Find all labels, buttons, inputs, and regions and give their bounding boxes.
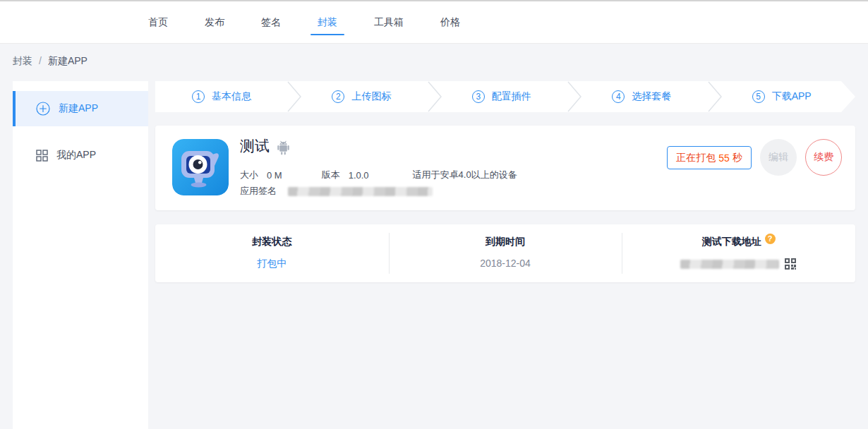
sidebar-item-label: 我的APP: [56, 149, 96, 162]
package-status-header: 封装状态: [155, 236, 389, 248]
nav-tab-package[interactable]: 封装: [318, 1, 337, 44]
step-basic-info[interactable]: 1 基本信息: [155, 81, 295, 112]
packing-prefix: 正在打包: [676, 152, 716, 164]
size-label: 大小: [240, 169, 258, 181]
breadcrumb-separator: /: [39, 55, 42, 66]
nav-tab-toolbox[interactable]: 工具箱: [374, 1, 404, 44]
plus-circle-icon: [36, 102, 50, 116]
download-url-header-label: 测试下载地址: [702, 236, 761, 247]
version-value: 1.0.0: [349, 170, 369, 181]
android-icon: [277, 140, 290, 155]
app-meta-row: 大小 0 M 版本 1.0.0 适用于安卓4.0以上的设备: [240, 169, 517, 181]
step-label: 选择套餐: [632, 90, 671, 103]
package-status-column: 封装状态 打包中: [155, 224, 389, 282]
redacted-download-url[interactable]: [680, 260, 779, 269]
step-wizard: 1 基本信息 2 上传图标 3 配置插件 4 选择套餐 5 下载APP: [155, 81, 855, 112]
step-number-badge: 5: [752, 90, 765, 103]
expiry-header: 到期时间: [389, 236, 622, 248]
main-content: 1 基本信息 2 上传图标 3 配置插件 4 选择套餐 5 下载APP: [155, 81, 855, 282]
app-signature-row: 应用签名: [240, 185, 433, 198]
step-number-badge: 3: [472, 90, 485, 103]
qr-code-icon[interactable]: [784, 258, 797, 270]
step-configure-plugins[interactable]: 3 配置插件: [435, 81, 575, 112]
packing-suffix: 秒: [733, 152, 742, 164]
step-number-badge: 1: [192, 90, 205, 103]
packing-status-button[interactable]: 正在打包 55 秒: [667, 146, 752, 169]
breadcrumb-current: 新建APP: [48, 55, 88, 66]
renew-button[interactable]: 续费: [805, 139, 842, 176]
breadcrumb-section[interactable]: 封装: [13, 55, 32, 66]
packing-seconds: 55: [718, 152, 730, 164]
sidebar-item-my-apps[interactable]: 我的APP: [13, 138, 148, 173]
download-url-value: [622, 258, 855, 270]
version-label: 版本: [322, 169, 340, 181]
step-number-badge: 2: [332, 90, 344, 103]
expiry-value: 2018-12-04: [389, 258, 622, 269]
breadcrumb: 封装/新建APP: [13, 55, 88, 68]
download-url-column: 测试下载地址?: [622, 224, 855, 282]
nav-tab-home[interactable]: 首页: [148, 1, 168, 44]
nav-tab-publish[interactable]: 发布: [205, 1, 224, 44]
app-card: 测试 大小 0 M 版本 1.0.0 适用于安卓4.0以上的设备: [155, 126, 855, 210]
edit-button[interactable]: 编辑: [760, 139, 797, 176]
status-card: 封装状态 打包中 到期时间 2018-12-04 测试下载地址?: [155, 224, 855, 282]
app-icon: [172, 139, 229, 195]
expiry-column: 到期时间 2018-12-04: [389, 224, 622, 282]
nav-tab-price[interactable]: 价格: [440, 1, 460, 44]
app-title: 测试: [240, 135, 270, 157]
step-label: 配置插件: [492, 90, 531, 103]
download-url-header: 测试下载地址?: [622, 236, 855, 248]
sidebar: 新建APP 我的APP: [13, 81, 148, 429]
sidebar-item-new-app[interactable]: 新建APP: [13, 91, 148, 126]
compatibility-note: 适用于安卓4.0以上的设备: [413, 169, 517, 181]
sidebar-item-label: 新建APP: [59, 102, 98, 115]
step-label: 上传图标: [351, 90, 391, 103]
grid-icon: [36, 150, 48, 162]
step-label: 下载APP: [772, 90, 812, 103]
signature-label: 应用签名: [240, 185, 277, 198]
step-upload-icon[interactable]: 2 上传图标: [295, 81, 435, 112]
app-header: 测试: [240, 135, 290, 157]
nav-tab-sign[interactable]: 签名: [261, 1, 281, 44]
package-status-value: 打包中: [155, 258, 389, 270]
redacted-signature-value: [288, 187, 433, 196]
size-value: 0 M: [267, 170, 282, 181]
top-nav: 首页 发布 签名 封装 工具箱 价格: [0, 1, 868, 44]
help-icon[interactable]: ?: [765, 234, 776, 244]
step-download-app[interactable]: 5 下载APP: [716, 81, 855, 112]
step-select-plan[interactable]: 4 选择套餐: [575, 81, 715, 112]
step-number-badge: 4: [612, 90, 625, 103]
step-label: 基本信息: [212, 90, 251, 103]
